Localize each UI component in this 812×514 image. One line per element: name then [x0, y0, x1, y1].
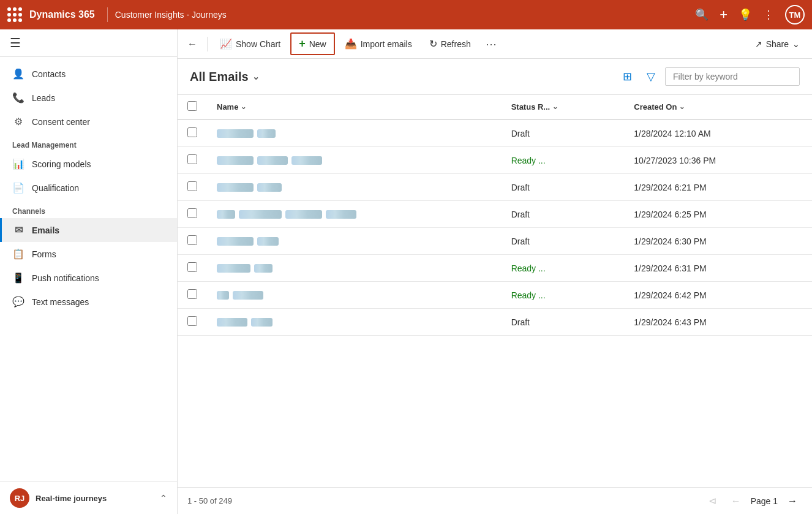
table-row: Ready ...10/27/2023 10:36 PM: [178, 147, 812, 174]
row-checkbox[interactable]: [187, 154, 197, 164]
search-icon[interactable]: 🔍: [695, 8, 709, 21]
email-icon: ✉: [12, 224, 24, 236]
sidebar-item-label: Consent center: [32, 117, 90, 127]
toolbar-sep-1: [207, 37, 208, 51]
row-status: Draft: [502, 309, 625, 336]
list-header: All Emails ⌄ ⊞ ▽: [178, 59, 812, 95]
forms-icon: 📋: [12, 248, 24, 260]
sidebar-resizer[interactable]: [175, 29, 177, 514]
leads-icon: 📞: [12, 92, 24, 104]
sidebar-footer[interactable]: RJ Real-time journeys ⌃: [0, 482, 177, 514]
sidebar-item-forms[interactable]: 📋 Forms: [0, 242, 177, 266]
table-row: Draft1/29/2024 6:30 PM: [178, 228, 812, 255]
consent-icon: ⚙: [12, 116, 24, 127]
list-title-chevron-icon[interactable]: ⌄: [252, 72, 260, 81]
sidebar-item-scoring-models[interactable]: 📊 Scoring models: [0, 152, 177, 176]
col-created-on[interactable]: Created On ⌄: [624, 95, 812, 119]
share-button[interactable]: ↗ Share ⌄: [748, 36, 807, 53]
select-all-checkbox[interactable]: [187, 101, 197, 111]
sidebar-item-label: Forms: [32, 249, 56, 259]
import-emails-button[interactable]: 📥 Import emails: [337, 34, 419, 53]
prev-page-button[interactable]: ←: [726, 493, 746, 509]
filter-input[interactable]: [665, 67, 800, 86]
row-created-on: 1/29/2024 6:25 PM: [624, 201, 812, 228]
row-name[interactable]: [207, 201, 502, 228]
row-checkbox[interactable]: [187, 208, 197, 218]
first-page-button[interactable]: ⊲: [704, 493, 721, 509]
table-container: Name ⌄ Status R... ⌄ Cre: [178, 95, 812, 487]
row-created-on: 1/29/2024 6:21 PM: [624, 174, 812, 201]
row-created-on: 1/29/2024 6:31 PM: [624, 255, 812, 282]
row-name[interactable]: [207, 174, 502, 201]
table-footer: 1 - 50 of 249 ⊲ ← Page 1 →: [178, 487, 812, 514]
view-settings-icon: ⊞: [623, 70, 632, 83]
row-created-on: 1/29/2024 6:43 PM: [624, 309, 812, 336]
row-checkbox[interactable]: [187, 262, 197, 272]
sidebar-item-leads[interactable]: 📞 Leads: [0, 86, 177, 110]
row-name[interactable]: [207, 309, 502, 336]
row-created-on: 1/29/2024 6:42 PM: [624, 282, 812, 309]
top-nav: Dynamics 365 Customer Insights - Journey…: [0, 0, 812, 29]
row-status: Ready ...: [502, 255, 625, 282]
sidebar-item-label: Qualification: [32, 183, 79, 193]
row-status: Draft: [502, 119, 625, 147]
chart-icon: 📈: [220, 38, 232, 50]
content-area: ← 📈 Show Chart + New 📥 Import emails ↻ R…: [178, 29, 812, 514]
row-checkbox-cell: [178, 255, 207, 282]
row-checkbox-cell: [178, 147, 207, 174]
row-name[interactable]: [207, 147, 502, 174]
row-name[interactable]: [207, 228, 502, 255]
next-page-button[interactable]: →: [783, 493, 802, 509]
sidebar-item-emails[interactable]: ✉ Emails: [0, 218, 177, 242]
row-checkbox[interactable]: [187, 181, 197, 191]
emails-table: Name ⌄ Status R... ⌄ Cre: [178, 95, 812, 336]
footer-chevron-icon[interactable]: ⌃: [160, 493, 167, 503]
row-name[interactable]: [207, 282, 502, 309]
row-checkbox[interactable]: [187, 127, 197, 137]
row-name[interactable]: [207, 119, 502, 147]
back-button[interactable]: ←: [182, 35, 202, 53]
sidebar-item-label: Scoring models: [32, 159, 91, 169]
share-chevron-icon: ⌄: [792, 39, 800, 49]
col-status[interactable]: Status R... ⌄: [502, 95, 625, 119]
more-options-icon[interactable]: ⋮: [763, 8, 774, 21]
sidebar-item-push-notifications[interactable]: 📱 Push notifications: [0, 266, 177, 290]
row-status: Draft: [502, 201, 625, 228]
sidebar-item-text-messages[interactable]: 💬 Text messages: [0, 290, 177, 314]
row-created-on: 10/27/2023 10:36 PM: [624, 147, 812, 174]
add-icon[interactable]: +: [720, 7, 727, 23]
row-created-on: 1/29/2024 6:30 PM: [624, 228, 812, 255]
table-row: Draft1/28/2024 12:10 AM: [178, 119, 812, 147]
share-icon: ↗: [755, 39, 762, 49]
row-status: Draft: [502, 228, 625, 255]
row-created-on: 1/28/2024 12:10 AM: [624, 119, 812, 147]
new-button[interactable]: + New: [290, 32, 335, 55]
refresh-button[interactable]: ↻ Refresh: [422, 34, 478, 53]
sidebar-item-qualification[interactable]: 📄 Qualification: [0, 176, 177, 200]
show-chart-button[interactable]: 📈 Show Chart: [212, 34, 288, 53]
table-header: Name ⌄ Status R... ⌄ Cre: [178, 95, 812, 119]
view-settings-button[interactable]: ⊞: [618, 66, 637, 87]
row-checkbox[interactable]: [187, 316, 197, 326]
col-name[interactable]: Name ⌄: [207, 95, 502, 119]
lightbulb-icon[interactable]: 💡: [739, 8, 752, 21]
user-avatar[interactable]: TM: [785, 5, 805, 25]
sidebar-item-contacts[interactable]: 👤 Contacts: [0, 62, 177, 86]
row-status: Ready ...: [502, 147, 625, 174]
sidebar-nav: 👤 Contacts 📞 Leads ⚙ Consent center Lead…: [0, 57, 177, 482]
sidebar-item-consent-center[interactable]: ⚙ Consent center: [0, 110, 177, 134]
more-actions-button[interactable]: ⋯: [481, 34, 502, 55]
sms-icon: 💬: [12, 296, 24, 308]
row-checkbox-cell: [178, 309, 207, 336]
filter-button[interactable]: ▽: [642, 66, 660, 87]
sidebar-item-label: Leads: [32, 93, 55, 103]
hamburger-icon[interactable]: ☰: [10, 36, 21, 50]
toolbar-right: ↗ Share ⌄: [748, 36, 807, 53]
row-checkbox[interactable]: [187, 289, 197, 299]
row-status: Ready ...: [502, 282, 625, 309]
row-name[interactable]: [207, 255, 502, 282]
apps-icon[interactable]: [7, 7, 22, 22]
pagination: ⊲ ← Page 1 →: [704, 493, 802, 509]
sidebar-item-label: Push notifications: [32, 273, 99, 283]
row-checkbox[interactable]: [187, 235, 197, 245]
